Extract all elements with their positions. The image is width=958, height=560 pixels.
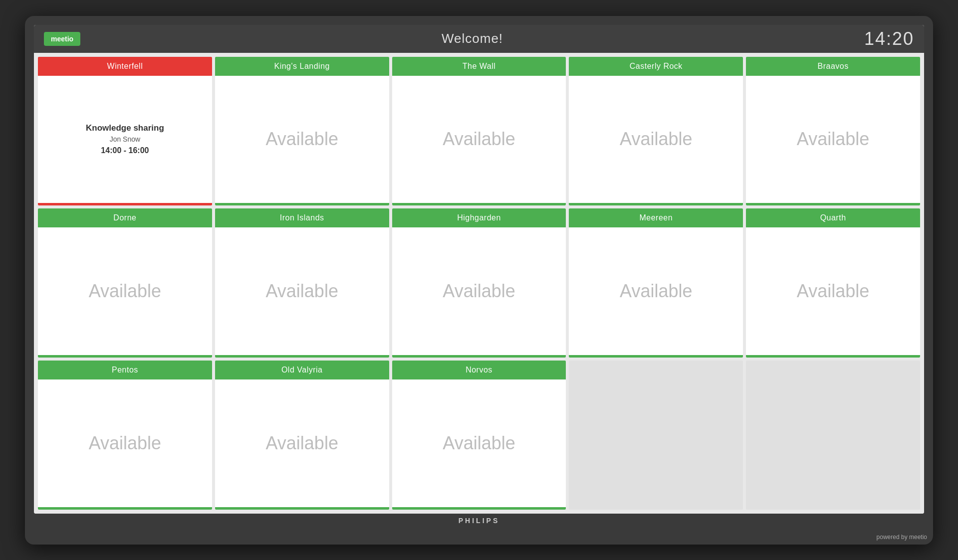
room-grid: WinterfellKnowledge sharingJon Snow14:00… xyxy=(34,53,924,514)
room-body: Available xyxy=(392,76,566,203)
room-body: Available xyxy=(38,379,212,507)
header-time: 14:20 xyxy=(864,28,914,49)
available-label: Available xyxy=(443,281,515,302)
room-cell-empty-3[interactable] xyxy=(569,361,743,510)
room-bottom-bar xyxy=(38,355,212,358)
room-bottom-bar xyxy=(215,507,389,510)
room-body: Available xyxy=(569,76,743,203)
room-cell-king-s-landing[interactable]: King's LandingAvailable xyxy=(215,57,389,206)
room-cell-old-valyria[interactable]: Old ValyriaAvailable xyxy=(215,361,389,510)
room-bottom-bar xyxy=(392,507,566,510)
available-label: Available xyxy=(620,281,692,302)
meeting-title: Knowledge sharing xyxy=(86,123,164,133)
monitor-frame: meetio Welcome! 14:20 WinterfellKnowledg… xyxy=(25,16,933,545)
room-body: Available xyxy=(392,379,566,507)
room-bottom-bar xyxy=(215,203,389,205)
room-bottom-bar xyxy=(746,355,920,358)
room-cell-quarth[interactable]: QuarthAvailable xyxy=(746,208,920,358)
available-label: Available xyxy=(443,129,515,150)
room-name-casterly-rock: Casterly Rock xyxy=(569,57,743,76)
room-name-quarth: Quarth xyxy=(746,208,920,227)
room-row-1: DorneAvailableIron IslandsAvailableHighg… xyxy=(38,208,920,358)
room-cell-pentos[interactable]: PentosAvailable xyxy=(38,361,212,510)
room-body: Available xyxy=(746,76,920,203)
room-bottom-bar xyxy=(215,355,389,358)
room-cell-empty-4[interactable] xyxy=(746,361,920,510)
room-row-2: PentosAvailableOld ValyriaAvailableNorvo… xyxy=(38,361,920,510)
room-bottom-bar xyxy=(38,203,212,205)
room-body: Available xyxy=(215,76,389,203)
available-label: Available xyxy=(265,433,338,454)
logo-badge: meetio xyxy=(44,32,80,46)
room-bottom-bar xyxy=(392,355,566,358)
room-name-dorne: Dorne xyxy=(38,208,212,227)
room-name-iron-islands: Iron Islands xyxy=(215,208,389,227)
room-body: Available xyxy=(38,227,212,355)
room-name-braavos: Braavos xyxy=(746,57,920,76)
room-cell-the-wall[interactable]: The WallAvailable xyxy=(392,57,566,206)
room-body: Knowledge sharingJon Snow14:00 - 16:00 xyxy=(38,76,212,203)
available-label: Available xyxy=(89,281,161,302)
meeting-time: 14:00 - 16:00 xyxy=(101,146,149,155)
room-name-old-valyria: Old Valyria xyxy=(215,361,389,379)
header: meetio Welcome! 14:20 xyxy=(34,25,924,53)
room-cell-iron-islands[interactable]: Iron IslandsAvailable xyxy=(215,208,389,358)
room-name-meereen: Meereen xyxy=(569,208,743,227)
available-label: Available xyxy=(797,281,869,302)
available-label: Available xyxy=(89,433,161,454)
room-cell-meereen[interactable]: MeereenAvailable xyxy=(569,208,743,358)
room-row-0: WinterfellKnowledge sharingJon Snow14:00… xyxy=(38,57,920,206)
available-label: Available xyxy=(265,281,338,302)
room-body: Available xyxy=(215,227,389,355)
room-name-winterfell: Winterfell xyxy=(38,57,212,76)
room-cell-winterfell[interactable]: WinterfellKnowledge sharingJon Snow14:00… xyxy=(38,57,212,206)
available-label: Available xyxy=(265,129,338,150)
room-body: Available xyxy=(392,227,566,355)
meeting-organizer: Jon Snow xyxy=(110,135,140,143)
room-cell-braavos[interactable]: BraavosAvailable xyxy=(746,57,920,206)
room-body: Available xyxy=(215,379,389,507)
monitor-brand: PHILIPS xyxy=(34,517,924,525)
available-label: Available xyxy=(797,129,869,150)
room-name-king-s-landing: King's Landing xyxy=(215,57,389,76)
room-name-norvos: Norvos xyxy=(392,361,566,379)
room-body: Available xyxy=(569,227,743,355)
room-name-pentos: Pentos xyxy=(38,361,212,379)
room-bottom-bar xyxy=(38,507,212,510)
room-bottom-bar xyxy=(746,203,920,205)
room-name-highgarden: Highgarden xyxy=(392,208,566,227)
room-cell-highgarden[interactable]: HighgardenAvailable xyxy=(392,208,566,358)
room-bottom-bar xyxy=(569,203,743,205)
available-label: Available xyxy=(443,433,515,454)
room-cell-casterly-rock[interactable]: Casterly RockAvailable xyxy=(569,57,743,206)
monitor-screen: meetio Welcome! 14:20 WinterfellKnowledg… xyxy=(34,25,924,514)
room-cell-norvos[interactable]: NorvosAvailable xyxy=(392,361,566,510)
room-cell-dorne[interactable]: DorneAvailable xyxy=(38,208,212,358)
room-bottom-bar xyxy=(392,203,566,205)
room-bottom-bar xyxy=(569,355,743,358)
available-label: Available xyxy=(620,129,692,150)
header-title: Welcome! xyxy=(442,31,503,46)
room-body: Available xyxy=(746,227,920,355)
room-name-the-wall: The Wall xyxy=(392,57,566,76)
